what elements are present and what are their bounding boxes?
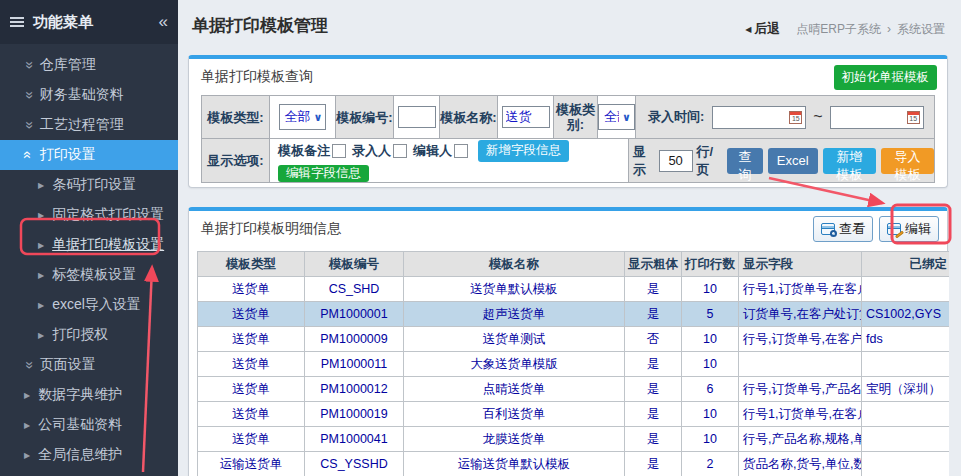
checkbox-option-0[interactable]	[332, 144, 346, 158]
table-cell: 5	[682, 302, 739, 327]
table-cell: 行号1,订货单号,在客户	[739, 402, 862, 427]
template-type-select[interactable]: 全部 ∨	[279, 104, 327, 130]
template-table: 模板类型模板编号模板名称显示粗体打印行数显示字段已绑定 送货单CS_SHD送货单…	[197, 251, 949, 476]
view-table-icon	[821, 223, 835, 235]
column-header[interactable]: 模板类型	[198, 252, 305, 277]
view-button[interactable]: 查看	[813, 216, 873, 242]
table-cell: 订货单号,在客户处订货	[739, 302, 862, 327]
column-header[interactable]: 模板名称	[404, 252, 625, 277]
template-category-select[interactable]: 全部 ∨	[598, 104, 635, 130]
checkbox-option-1[interactable]	[393, 144, 407, 158]
column-header[interactable]: 显示粗体	[625, 252, 682, 277]
collapse-sidebar-icon[interactable]: «	[159, 12, 168, 32]
init-template-button[interactable]: 初始化单据模板	[834, 65, 938, 90]
sidebar-item-excel-import[interactable]: ▶excel导入设置	[0, 290, 178, 320]
table-cell: PM1000001	[305, 302, 404, 327]
table-cell: 大象送货单模版	[404, 352, 625, 377]
query-action-buttons: 查询Excel新增模板导入模板	[727, 148, 934, 174]
table-cell	[862, 452, 950, 476]
table-row[interactable]: 送货单CS_SHD送货单默认模板是10行号1,订货单号,在客户	[198, 277, 950, 302]
import-template-button[interactable]: 导入模板	[881, 148, 934, 174]
sidebar-item-finance-base[interactable]: «财务基础资料	[0, 80, 178, 110]
sidebar-item-label: 页面设置	[40, 356, 96, 374]
table-row[interactable]: 送货单PM1000041龙膜送货单是10行号,产品名称,规格,单	[198, 427, 950, 452]
table-cell: 是	[625, 377, 682, 402]
column-header[interactable]: 模板编号	[305, 252, 404, 277]
sidebar-item-print-auth[interactable]: ▶打印授权	[0, 320, 178, 350]
table-cell: 是	[625, 352, 682, 377]
table-cell	[862, 352, 950, 377]
template-type-value: 全部	[285, 108, 311, 126]
template-category-value: 全部	[604, 108, 619, 126]
template-type-label: 模板类型:	[202, 96, 270, 138]
sidebar-title: 功能菜单	[33, 13, 150, 32]
back-button[interactable]: ◀ 后退	[745, 20, 780, 38]
sidebar-item-barcode-print[interactable]: ▶条码打印设置	[0, 170, 178, 200]
sidebar-item-label: 固定格式打印设置	[52, 206, 164, 224]
sidebar-item-warehouse[interactable]: «仓库管理	[0, 50, 178, 80]
sidebar-item-label: 公司基础资料	[38, 416, 122, 434]
option-label: 模板备注	[278, 142, 330, 160]
query-panel: 单据打印模板查询 初始化单据模板 模板类型: 全部 ∨ 模板编号: 模板	[188, 55, 948, 188]
sidebar-item-label: 仓库管理	[40, 56, 96, 74]
table-cell: 是	[625, 427, 682, 452]
rows-per-page-input[interactable]	[659, 150, 693, 172]
table-header-row: 模板类型模板编号模板名称显示粗体打印行数显示字段已绑定	[198, 252, 950, 277]
edit-button[interactable]: 编辑	[879, 216, 939, 242]
template-no-input[interactable]	[398, 106, 436, 128]
detail-panel: 单据打印模板明细信息 查看 编辑 模板类型模板编号模板名称显示粗体打印行数显示字…	[188, 207, 948, 476]
arrow-right-icon: ▶	[24, 421, 30, 430]
edit-field-info-button[interactable]: 编辑字段信息	[278, 165, 369, 182]
add-template-button[interactable]: 新增模板	[823, 148, 876, 174]
breadcrumb-current[interactable]: 系统设置	[897, 21, 945, 38]
table-cell: 送货单测试	[404, 327, 625, 352]
table-cell: 是	[625, 452, 682, 476]
arrow-right-icon: ▶	[24, 451, 30, 460]
calendar-icon[interactable]: 15	[907, 111, 920, 124]
table-cell: fds	[862, 327, 950, 352]
column-header[interactable]: 显示字段	[739, 252, 862, 277]
sidebar-header: 功能菜单 «	[0, 0, 178, 44]
query-form: 模板类型: 全部 ∨ 模板编号: 模板名称: 模	[201, 95, 935, 183]
sidebar-item-process-mgmt[interactable]: «工艺过程管理	[0, 110, 178, 140]
column-header[interactable]: 打印行数	[682, 252, 739, 277]
sidebar-item-global-info[interactable]: ▶全局信息维护	[0, 440, 178, 470]
sidebar-item-label: 财务基础资料	[40, 86, 124, 104]
add-field-info-button[interactable]: 新增字段信息	[478, 140, 569, 162]
sidebar-item-label-template[interactable]: ▶标签模板设置	[0, 260, 178, 290]
chevron-double-down-icon: «	[21, 91, 35, 99]
table-cell: 龙膜送货单	[404, 427, 625, 452]
table-cell: 货品名称,货号,单位,数	[739, 452, 862, 476]
table-row[interactable]: 送货单PM1000009送货单测试否10行号,订货单号,在客户fds	[198, 327, 950, 352]
breadcrumb-parent[interactable]: 点晴ERP子系统	[796, 21, 881, 38]
search-button[interactable]: 查询	[727, 148, 763, 174]
sidebar-item-data-dictionary[interactable]: ▶数据字典维护	[0, 380, 178, 410]
template-name-label: 模板名称:	[440, 96, 498, 138]
column-header[interactable]: 已绑定	[862, 252, 950, 277]
table-cell: 2	[682, 452, 739, 476]
table-cell: 6	[682, 377, 739, 402]
sidebar-item-doc-print-template[interactable]: ▶单据打印模板设置	[0, 230, 178, 260]
sidebar-item-fixed-format-print[interactable]: ▶固定格式打印设置	[0, 200, 178, 230]
calendar-icon[interactable]: 15	[789, 111, 802, 124]
table-row[interactable]: 送货单PM1000001超声送货单是5订货单号,在客户处订货CS1002,GYS	[198, 302, 950, 327]
template-name-input[interactable]	[502, 106, 550, 128]
table-row[interactable]: 送货单PM1000011大象送货单模版是10	[198, 352, 950, 377]
sidebar-item-label: 条码打印设置	[52, 176, 136, 194]
table-cell: 超声送货单	[404, 302, 625, 327]
sidebar-item-company-base[interactable]: ▶公司基础资料	[0, 410, 178, 440]
table-cell: 送货单	[198, 352, 305, 377]
excel-button[interactable]: Excel	[768, 148, 818, 174]
sidebar-item-page-settings[interactable]: «页面设置	[0, 350, 178, 380]
checkbox-option-2[interactable]	[454, 144, 468, 158]
table-cell: 是	[625, 302, 682, 327]
table-cell: 10	[682, 277, 739, 302]
table-row[interactable]: 送货单PM1000012点晴送货单是6行号,订货单号,产品名宝明（深圳）	[198, 377, 950, 402]
table-row[interactable]: 送货单PM1000019百利送货单是10行号1,订货单号,在客户	[198, 402, 950, 427]
table-row[interactable]: 运输送货单CS_YSSHD运输送货单默认模板是2货品名称,货号,单位,数	[198, 452, 950, 476]
sidebar-item-print-settings[interactable]: «打印设置	[0, 140, 178, 170]
query-panel-title: 单据打印模板查询	[201, 68, 313, 86]
table-cell	[862, 402, 950, 427]
breadcrumb-separator: ›	[887, 22, 891, 36]
menu-icon[interactable]	[10, 17, 24, 27]
